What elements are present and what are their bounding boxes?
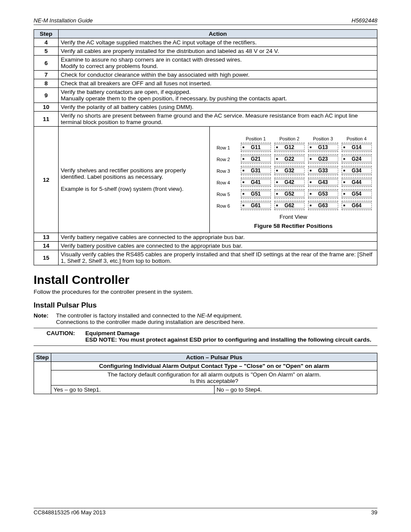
page-footer: CC848815325 r06 May 2013 39 <box>34 508 377 516</box>
rectifier-slot: G13 <box>308 143 338 152</box>
rectifier-slot: G63 <box>308 201 338 210</box>
figure-caption: Front View <box>212 214 374 220</box>
action-cell: Verify the battery contactors are open, … <box>59 88 377 103</box>
action-cell: Verify the AC voltage supplied matches t… <box>59 38 377 47</box>
t2-col-step: Step <box>34 353 51 362</box>
steps-table-1: Step Action 4Verify the AC voltage suppl… <box>34 29 377 265</box>
rectifier-slot: G51 <box>241 189 271 199</box>
rectifier-slot: G32 <box>274 166 305 175</box>
rectifier-slot: G52 <box>274 189 305 199</box>
rectifier-slot: G41 <box>241 177 271 187</box>
position-header: Position 3 <box>308 136 338 141</box>
footer-right: 39 <box>371 509 377 516</box>
rectifier-slot: G64 <box>342 201 372 210</box>
t2-col-action: Action – Pulsar Plus <box>51 353 377 362</box>
step-cell: 13 <box>34 233 59 242</box>
position-header: Position 1 <box>241 136 271 141</box>
caution-text: ESD NOTE: You must protect against ESD p… <box>85 336 377 343</box>
rectifier-slot: G12 <box>274 143 305 152</box>
action-cell: Verify no shorts are present between fra… <box>59 112 377 127</box>
rectifier-slot: G23 <box>308 154 338 164</box>
step-cell: 4 <box>34 38 59 47</box>
note-body: The controller is factory installed and … <box>56 312 377 325</box>
action-cell: Verify shelves and rectifier positions a… <box>59 127 210 233</box>
figure-title: Figure 58 Rectifier Positions <box>212 223 374 229</box>
t2-config-body1: The factory default configuration for al… <box>53 371 375 378</box>
row-label: Row 1 <box>217 145 237 150</box>
rectifier-slot: G33 <box>308 166 338 175</box>
rectifier-slot: G61 <box>241 201 271 210</box>
t2-config-body: The factory default configuration for al… <box>51 370 377 386</box>
note-block: Note: The controller is factory installe… <box>34 312 377 325</box>
step-cell: 12 <box>34 127 59 233</box>
header-left: NE-M Installation Guide <box>34 17 93 24</box>
step-cell: 14 <box>34 242 59 250</box>
rectifier-slot: G24 <box>342 154 372 164</box>
rectifier-slot: G54 <box>342 189 372 199</box>
step-cell: 7 <box>34 71 59 79</box>
figure-cell: Position 1Position 2Position 3Position 4… <box>209 127 377 233</box>
action-cell: Verify the polarity of all battery cable… <box>59 103 377 112</box>
rectifier-slot: G44 <box>342 177 372 187</box>
t2-yes: Yes – go to Step1. <box>51 386 214 394</box>
rectifier-slot: G14 <box>342 143 372 152</box>
rectifier-grid: Position 1Position 2Position 3Position 4… <box>212 131 374 211</box>
row-label: Row 4 <box>217 180 237 185</box>
step-cell: 5 <box>34 47 59 56</box>
action-cell: Verify all cables are properly installed… <box>59 47 377 56</box>
position-header: Position 4 <box>342 136 372 141</box>
rectifier-slot: G53 <box>308 189 338 199</box>
action-cell: Check that all breakers are OFF and all … <box>59 79 377 88</box>
rectifier-slot: G22 <box>274 154 305 164</box>
t2-no: No – go to Step4. <box>214 386 377 394</box>
col-step: Step <box>34 30 59 38</box>
note-line: The controller is factory installed and … <box>56 312 377 319</box>
action-cell: Check for conductor clearance within the… <box>59 71 377 79</box>
caution-box: CAUTION: Equipment Damage ESD NOTE: You … <box>34 328 377 346</box>
step-cell: 6 <box>34 56 59 71</box>
page-header: NE-M Installation Guide H5692448 <box>34 17 377 25</box>
col-action: Action <box>59 30 377 38</box>
note-label: Note: <box>34 312 56 325</box>
row-label: Row 3 <box>217 168 237 174</box>
rectifier-slot: G11 <box>241 143 271 152</box>
t2-config-body2: Is this acceptable? <box>53 378 375 384</box>
step-cell: 10 <box>34 103 59 112</box>
note-line: Connections to the controller made durin… <box>56 319 377 325</box>
caution-label: CAUTION: <box>34 330 85 343</box>
t2-config-title: Configuring Individual Alarm Output Cont… <box>51 362 377 370</box>
position-header: Position 2 <box>274 136 305 141</box>
section-title: Install Controller <box>34 273 377 287</box>
header-right: H5692448 <box>352 17 377 24</box>
rectifier-slot: G42 <box>274 177 305 187</box>
action-cell: Verify battery positive cables are conne… <box>59 242 377 250</box>
step-cell: 11 <box>34 112 59 127</box>
step-cell: 8 <box>34 79 59 88</box>
rectifier-slot: G31 <box>241 166 271 175</box>
rectifier-slot: G62 <box>274 201 305 210</box>
step-cell: 9 <box>34 88 59 103</box>
action-cell: Examine to assure no sharp corners are i… <box>59 56 377 71</box>
action-cell: Verify battery negative cables are conne… <box>59 233 377 242</box>
steps-table-2: Step Action – Pulsar Plus Configuring In… <box>34 353 377 394</box>
rectifier-slot: G21 <box>241 154 271 164</box>
subsection-title: Install Pulsar Plus <box>34 301 377 310</box>
caution-title: Equipment Damage <box>85 330 377 336</box>
caution-body: Equipment Damage ESD NOTE: You must prot… <box>85 330 377 343</box>
row-label: Row 5 <box>217 192 237 197</box>
rectifier-slot: G34 <box>342 166 372 175</box>
section-lead: Follow the procedures for the controller… <box>34 289 377 295</box>
t2-blank-step <box>34 362 51 394</box>
row-label: Row 6 <box>217 203 237 208</box>
action-cell: Visually verify cables the RS485 cables … <box>59 250 377 265</box>
footer-left: CC848815325 r06 May 2013 <box>34 509 106 516</box>
step-cell: 15 <box>34 250 59 265</box>
row-label: Row 2 <box>217 157 237 162</box>
rectifier-slot: G43 <box>308 177 338 187</box>
